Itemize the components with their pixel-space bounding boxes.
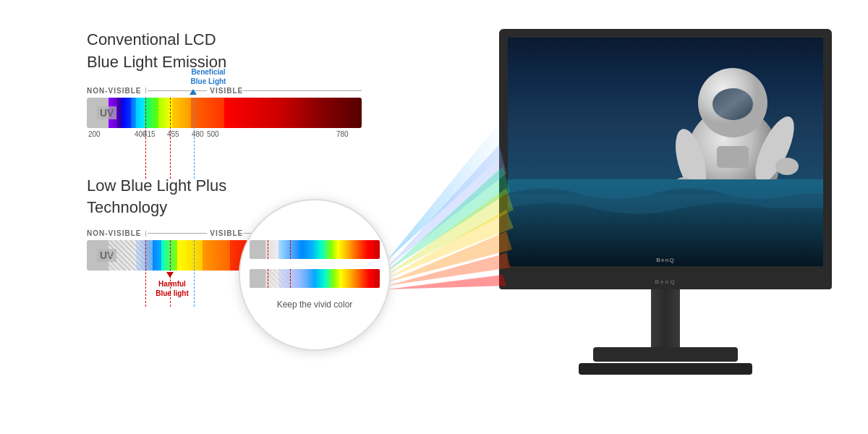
beneficial-label: Beneficial Blue Light	[187, 67, 230, 86]
magnifier-inner: Keep the vivid color	[240, 200, 389, 349]
monitor-foot	[579, 363, 752, 375]
harmful-label: Harmful Blue light	[150, 279, 194, 298]
beneficial-arrow	[190, 89, 197, 95]
visible-label-2: VISIBLE	[210, 229, 243, 237]
harmful-arrow	[166, 272, 174, 278]
conventional-title-line1: Conventional LCD	[87, 29, 441, 51]
monitor-bezel-bottom: BenQ	[499, 275, 832, 289]
mag-marker-red-1	[268, 240, 268, 259]
axis-header: NON-VISIBLE VISIBLE	[87, 87, 362, 95]
lbl-title-line1: Low Blue Light Plus	[87, 175, 441, 197]
axis-tick	[145, 88, 146, 93]
left-panel: Conventional LCD Blue Light Emission NON…	[0, 0, 463, 434]
marker-lbl-415	[145, 240, 146, 307]
nm-500: 500	[207, 130, 219, 138]
axis-line-3	[148, 233, 207, 234]
mag2-marker-red-1	[268, 269, 268, 288]
non-visible-label: NON-VISIBLE	[87, 87, 141, 95]
benq-logo: BenQ	[499, 275, 832, 285]
mag-marker-red-2	[290, 240, 291, 259]
magnifier: Keep the vivid color	[239, 199, 391, 351]
conventional-spectrum-section: NON-VISIBLE VISIBLE UV	[87, 87, 441, 135]
monitor-wrapper: BenQ BenQ	[492, 29, 839, 405]
magnifier-text: Keep the vivid color	[277, 299, 353, 310]
svg-rect-15	[717, 146, 749, 168]
magnifier-spectrum-top	[250, 240, 380, 259]
conventional-title-line2: Blue Light Emission	[87, 51, 441, 74]
main-container: Conventional LCD Blue Light Emission NON…	[0, 0, 868, 434]
magnifier-spectrum-bottom	[250, 269, 380, 288]
nm-480: 480	[192, 130, 204, 138]
nm-200: 200	[88, 130, 101, 138]
marker-lbl-480	[194, 240, 195, 307]
uv-label-1: UV	[97, 106, 116, 119]
benq-screen-logo: BenQ	[656, 257, 674, 263]
nm-780: 780	[336, 130, 349, 138]
conventional-title: Conventional LCD Blue Light Emission	[87, 29, 441, 74]
axis-line2	[243, 90, 362, 91]
non-visible-label-2: NON-VISIBLE	[87, 229, 141, 237]
mag-marker-blue	[310, 240, 310, 259]
monitor-screen-content: BenQ	[508, 38, 823, 266]
monitor-screen-area: BenQ	[499, 29, 832, 275]
spectrum-bar-1: UV	[87, 98, 362, 128]
nm-scale-1: 200 400 415 455 480 500 780	[87, 130, 362, 145]
svg-point-14	[775, 158, 799, 175]
spectrum-bar-1-wrapper: UV Beneficial Blue Light 200 4	[87, 98, 362, 135]
axis-tick-2	[145, 231, 146, 237]
mag2-marker-blue	[310, 269, 310, 288]
ocean-svg	[508, 179, 823, 266]
nm-455: 455	[167, 130, 179, 138]
axis-line	[148, 90, 207, 91]
right-panel: BenQ BenQ	[463, 0, 868, 434]
nm-415: 415	[143, 130, 156, 138]
hatched-section	[109, 240, 153, 271]
svg-point-10	[712, 88, 753, 120]
monitor-neck	[651, 289, 680, 347]
visible-label: VISIBLE	[210, 87, 243, 95]
monitor-base	[593, 347, 738, 362]
mag2-marker-red-2	[290, 269, 291, 288]
